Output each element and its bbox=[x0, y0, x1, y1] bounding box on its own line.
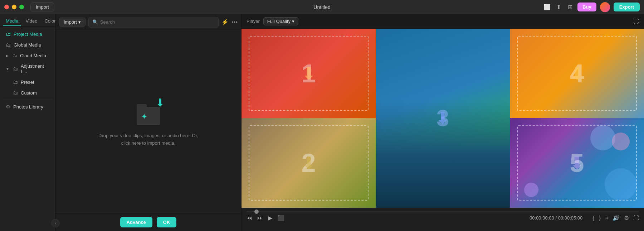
chevron-down-icon: ▼ bbox=[6, 67, 9, 71]
folder-body-shape bbox=[137, 107, 160, 125]
folder-icon: 🗂 bbox=[6, 31, 11, 37]
sidebar-item-cloud-media[interactable]: ▶ 🗂 Cloud Media bbox=[1, 50, 54, 61]
time-separator: / bbox=[555, 215, 557, 221]
sidebar-items: 🗂 Project Media 🗂 Global Media ▶ 🗂 Cloud… bbox=[0, 27, 55, 217]
layout-icon[interactable]: ⊞ bbox=[566, 3, 574, 11]
search-bar: 🔍 bbox=[88, 17, 219, 28]
total-time: 00:00:05:00 bbox=[558, 215, 583, 221]
video-canvas: ⬇ 1 3 ⬇ ⬇ 4 ⬇ 2 bbox=[241, 29, 644, 208]
titlebar-title: Untitled bbox=[313, 4, 330, 10]
player-toolbar: Player Full Quality ▾ ⛶ bbox=[241, 14, 644, 29]
drop-text: Drop your video clips, images, or audio … bbox=[98, 132, 198, 147]
sidebar-item-project-media[interactable]: 🗂 Project Media bbox=[1, 29, 54, 39]
chevron-right-icon: ▶ bbox=[6, 54, 9, 58]
center-panel: Import ▾ 🔍 ⚡ ••• ⬇ ✦ Drop your video cli… bbox=[55, 14, 241, 231]
fullscreen-icon[interactable]: ⛶ bbox=[633, 18, 639, 25]
sidebar-item-adjustment-layer[interactable]: ▼ 🗂 Adjustment L... bbox=[1, 61, 54, 77]
skip-back-button[interactable]: ⏮ bbox=[247, 215, 252, 221]
player-label: Player bbox=[247, 19, 260, 24]
more-options-icon[interactable]: ••• bbox=[231, 19, 238, 25]
slot-arrow-1: ⬇ bbox=[302, 63, 316, 83]
bracket-left-icon[interactable]: { bbox=[592, 215, 594, 221]
sidebar-item-label: Photos Library bbox=[13, 104, 43, 110]
sidebar-tabs: Media Video Color bbox=[0, 14, 55, 27]
folder-icon: 🗂 bbox=[13, 79, 18, 85]
monitor-icon[interactable]: ⬜ bbox=[543, 3, 551, 11]
expand-icon[interactable]: ⛶ bbox=[633, 215, 639, 221]
folder-icon: 🗂 bbox=[12, 53, 17, 58]
traffic-light-green[interactable] bbox=[19, 5, 24, 9]
sidebar-item-label: Project Media bbox=[14, 32, 42, 37]
buy-button[interactable]: Buy bbox=[577, 3, 596, 11]
right-panel: Player Full Quality ▾ ⛶ ⬇ 1 3 ⬇ bbox=[241, 14, 644, 231]
share-icon[interactable]: ⬆ bbox=[555, 3, 562, 11]
chevron-down-icon: ▾ bbox=[78, 19, 81, 25]
video-slot-4: ⬇ 4 bbox=[510, 29, 644, 118]
center-toolbar: Import ▾ 🔍 ⚡ ••• bbox=[55, 14, 241, 30]
video-slot-1: ⬇ 1 bbox=[241, 29, 376, 118]
slot-arrow-2: ⬇ bbox=[302, 153, 316, 173]
titlebar-import-button[interactable]: Import bbox=[30, 3, 54, 11]
slot-number-5: 5 bbox=[570, 148, 584, 178]
drop-illustration: ⬇ ✦ bbox=[132, 96, 165, 125]
tab-video[interactable]: Video bbox=[23, 16, 40, 26]
sidebar-item-label: Preset bbox=[21, 80, 34, 85]
filter-icon[interactable]: ⚡ bbox=[221, 19, 229, 25]
sidebar-item-preset[interactable]: 🗂 Preset bbox=[1, 77, 54, 87]
slot-arrow-3: ⬇ bbox=[436, 109, 450, 128]
traffic-light-red[interactable] bbox=[4, 5, 9, 9]
sidebar-item-custom[interactable]: 🗂 Custom bbox=[1, 87, 54, 98]
download-arrow-icon: ⬇ bbox=[156, 96, 165, 109]
avatar[interactable] bbox=[600, 2, 610, 12]
folder-tab-shape bbox=[137, 104, 147, 108]
crop-icon[interactable]: ⌗ bbox=[605, 215, 608, 221]
chevron-down-icon: ▾ bbox=[292, 19, 294, 24]
titlebar-right: ⬜ ⬆ ⊞ Buy Export bbox=[543, 2, 640, 12]
video-slot-3: 3 ⬇ bbox=[376, 29, 510, 208]
settings-icon[interactable]: ⚙ bbox=[624, 215, 629, 221]
titlebar: Import Untitled ⬜ ⬆ ⊞ Buy Export bbox=[0, 0, 644, 14]
folder-icon: 🗂 bbox=[13, 90, 18, 96]
bottom-bar: Advance OK bbox=[55, 213, 241, 231]
search-icon: 🔍 bbox=[92, 19, 98, 25]
search-input[interactable] bbox=[100, 19, 215, 25]
sidebar-item-label: Cloud Media bbox=[20, 53, 46, 58]
gear-icon: ⚙ bbox=[6, 104, 10, 110]
extra-controls: { } ⌗ 🔊 ⚙ ⛶ bbox=[592, 215, 639, 221]
sidebar-item-label: Adjustment L... bbox=[21, 63, 49, 74]
video-slot-2: ⬇ 2 bbox=[241, 118, 376, 208]
play-button[interactable]: ▶ bbox=[268, 215, 272, 221]
folder-icon: 🗂 bbox=[6, 42, 11, 48]
sidebar-separator bbox=[3, 100, 52, 100]
stop-button[interactable]: ⬛ bbox=[277, 215, 284, 221]
timeline-thumb[interactable] bbox=[254, 210, 259, 214]
video-slot-5: ⬇ 5 bbox=[510, 118, 644, 208]
advance-button[interactable]: Advance bbox=[120, 217, 152, 227]
ok-button[interactable]: OK bbox=[157, 217, 177, 227]
sidebar-item-photos-library[interactable]: ⚙ Photos Library bbox=[1, 101, 54, 112]
quality-select[interactable]: Full Quality ▾ bbox=[263, 17, 298, 25]
folder-icon: 🗂 bbox=[13, 66, 18, 72]
drop-zone[interactable]: ⬇ ✦ Drop your video clips, images, or au… bbox=[55, 30, 241, 213]
export-button[interactable]: Export bbox=[614, 3, 640, 11]
bracket-right-icon[interactable]: } bbox=[599, 215, 601, 221]
timeline: ⏮ ⏭ ▶ ⬛ 00:00:00:00 / 00:00:05:00 { } ⌗ … bbox=[241, 208, 644, 231]
volume-icon[interactable]: 🔊 bbox=[613, 215, 620, 221]
sidebar: Media Video Color 🗂 Project Media 🗂 Glob… bbox=[0, 14, 55, 231]
star-icon: ✦ bbox=[141, 112, 147, 121]
collapse-sidebar-button[interactable]: ‹ bbox=[51, 219, 60, 227]
import-dropdown-button[interactable]: Import ▾ bbox=[59, 18, 86, 27]
sidebar-item-label: Custom bbox=[21, 90, 37, 96]
traffic-light-yellow[interactable] bbox=[12, 5, 16, 9]
titlebar-left: Import bbox=[4, 3, 54, 11]
sidebar-item-global-media[interactable]: 🗂 Global Media bbox=[1, 39, 54, 50]
time-display: 00:00:00:00 / 00:00:05:00 bbox=[530, 215, 582, 221]
current-time: 00:00:00:00 bbox=[530, 215, 554, 221]
sidebar-item-label: Global Media bbox=[14, 42, 41, 48]
timeline-controls: ⏮ ⏭ ▶ ⬛ 00:00:00:00 / 00:00:05:00 { } ⌗ … bbox=[241, 212, 644, 223]
main-layout: Media Video Color 🗂 Project Media 🗂 Glob… bbox=[0, 14, 644, 231]
timeline-progress-bar[interactable] bbox=[247, 211, 639, 212]
step-forward-button[interactable]: ⏭ bbox=[257, 215, 263, 221]
tab-media[interactable]: Media bbox=[3, 16, 21, 26]
slot-arrow-4: ⬇ bbox=[570, 63, 584, 83]
